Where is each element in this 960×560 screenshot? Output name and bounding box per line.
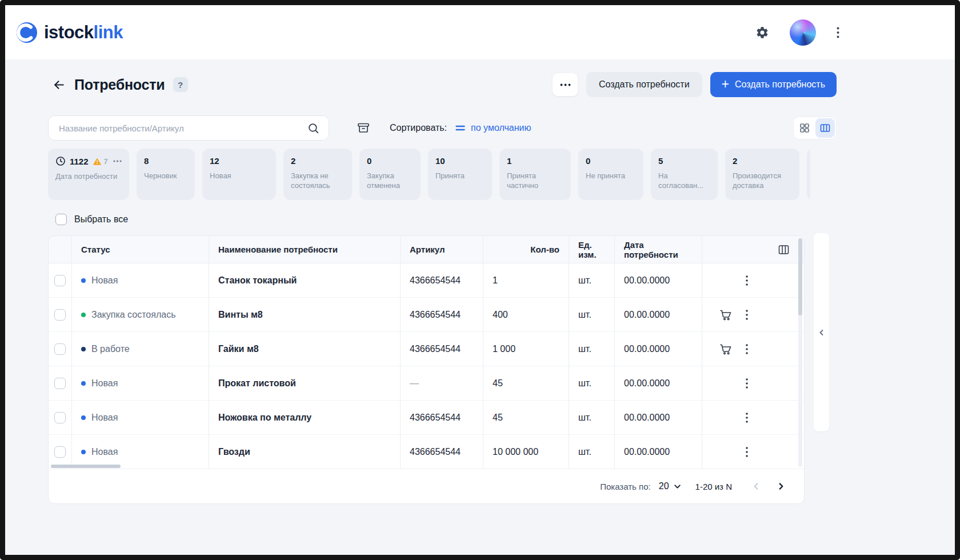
filter-chip-new[interactable]: 12 Новая — [202, 149, 276, 200]
row-menu-button[interactable] — [745, 274, 749, 287]
filter-chip-date[interactable]: 1122 7 Дата потребности — [48, 149, 129, 200]
search-box — [48, 115, 329, 141]
prev-page-button[interactable] — [747, 477, 765, 495]
collapse-panel-button[interactable] — [814, 233, 829, 431]
row-checkbox[interactable] — [54, 446, 66, 458]
topbar-actions — [753, 19, 842, 46]
row-checkbox[interactable] — [54, 412, 66, 423]
sort-default-link[interactable]: по умолчанию — [455, 123, 531, 133]
horizontal-scrollbar[interactable] — [51, 465, 121, 468]
create-need-label: Создать потребность — [735, 79, 825, 90]
topbar-menu-button[interactable] — [834, 25, 842, 41]
settings-button[interactable] — [753, 23, 771, 42]
page-size-select[interactable]: 20 — [659, 481, 682, 491]
chip-count: 2 — [733, 156, 737, 166]
chip-label: На согласован... — [658, 171, 710, 190]
archive-button[interactable] — [352, 117, 375, 139]
table-row[interactable]: Новая Ножовка по металлу 4366654544 45 ш… — [49, 401, 804, 435]
brand-word-dark: istock — [44, 22, 94, 42]
need-unit: шт. — [569, 366, 614, 400]
table-row[interactable]: Новая Прокат листовой — 45 шт. 00.00.000… — [49, 366, 804, 401]
page-more-button[interactable] — [552, 73, 578, 97]
sort-value-label: по умолчанию — [471, 123, 531, 133]
need-qty: 1 000 — [483, 332, 569, 366]
sort-lines-icon — [455, 123, 466, 133]
table-view-button[interactable] — [815, 118, 835, 138]
filter-chip-not-accepted[interactable]: 0 Не принята — [578, 149, 643, 200]
status-filter-chips: 1122 7 Дата потребности 8 Черновик — [48, 149, 810, 200]
row-menu-button[interactable] — [745, 309, 749, 321]
cart-button[interactable] — [718, 342, 733, 356]
filter-chip-accepted[interactable]: 10 Принята — [428, 149, 492, 200]
status-dot — [81, 347, 86, 351]
need-name: Ножовка по металлу — [209, 401, 400, 434]
row-checkbox[interactable] — [54, 343, 66, 355]
plus-icon: + — [722, 78, 729, 91]
create-needs-button[interactable]: Создать потребности — [586, 72, 702, 97]
back-button[interactable] — [48, 74, 70, 95]
row-menu-button[interactable] — [745, 446, 749, 458]
vertical-scrollbar[interactable] — [798, 238, 802, 467]
next-page-button[interactable] — [772, 477, 790, 495]
filter-chip-purchase-cancelled[interactable]: 0 Закупка отменена — [359, 149, 421, 200]
row-menu-button[interactable] — [745, 411, 749, 424]
need-qty: 400 — [483, 298, 569, 331]
search-icon — [307, 122, 319, 134]
kebab-vertical-icon — [837, 27, 839, 38]
need-sku: 4366654544 — [400, 263, 483, 297]
search-input[interactable] — [59, 123, 307, 133]
chip-count: 0 — [586, 156, 590, 166]
table-row[interactable]: В работе Гайки м8 4366654544 1 000 шт. 0… — [49, 332, 804, 366]
row-menu-button[interactable] — [745, 377, 749, 390]
table-row[interactable]: Новая Гвозди 4366654544 10 000 000 шт. 0… — [49, 435, 804, 469]
top-bar: istocklink — [5, 5, 955, 59]
filter-chip-delivery[interactable]: 2 Производится доставка — [725, 149, 799, 200]
avatar[interactable] — [790, 19, 816, 46]
status-text: Новая — [91, 447, 118, 457]
row-checkbox[interactable] — [54, 378, 66, 389]
column-settings-button[interactable] — [702, 236, 804, 263]
grid-view-button[interactable] — [795, 118, 814, 138]
filter-chip-purchase-failed[interactable]: 2 Закупка не состоялась — [283, 149, 352, 200]
pagination-range: 1-20 из N — [695, 482, 732, 491]
chip-label: Дата потребности — [55, 171, 122, 181]
filter-chip-on-approval[interactable]: 5 На согласован... — [651, 149, 718, 200]
chip-count: 10 — [435, 156, 445, 166]
need-unit: шт. — [569, 401, 614, 434]
row-checkbox[interactable] — [54, 309, 66, 321]
table-row[interactable]: Новая Станок токарный 4366654544 1 шт. 0… — [49, 263, 804, 298]
need-name: Винты м8 — [209, 298, 400, 331]
chip-count: 1 — [507, 156, 511, 166]
need-sku: 4366654544 — [400, 435, 483, 469]
need-sku: 4366654544 — [400, 332, 483, 366]
row-checkbox[interactable] — [54, 275, 66, 286]
status-dot — [81, 450, 86, 454]
select-all[interactable]: Выбрать все — [55, 214, 128, 225]
vertical-scrollbar-thumb[interactable] — [798, 238, 802, 315]
chip-menu-button[interactable] — [113, 160, 122, 162]
status-text: Новая — [91, 413, 118, 423]
page-header: Потребности ? Создать потребности + Созд… — [48, 71, 837, 98]
need-unit: шт. — [569, 298, 614, 331]
back-arrow-icon — [52, 78, 66, 92]
columns-icon — [778, 245, 789, 255]
brand-logo[interactable]: istocklink — [15, 21, 123, 44]
row-menu-button[interactable] — [745, 343, 749, 355]
filter-chip-draft[interactable]: 8 Черновик — [137, 149, 195, 200]
select-all-checkbox[interactable] — [55, 214, 67, 225]
cart-button[interactable] — [718, 308, 733, 322]
need-date: 00.00.0000 — [614, 366, 702, 400]
chip-label: Производится доставка — [733, 171, 792, 190]
need-date: 00.00.0000 — [614, 332, 702, 366]
filter-chip-partial[interactable] — [807, 149, 810, 200]
create-need-button[interactable]: + Создать потребность — [710, 72, 837, 97]
status-dot — [81, 415, 86, 420]
gear-icon — [755, 26, 769, 39]
chip-label: Принята — [435, 171, 485, 181]
cart-slot — [718, 342, 731, 356]
filter-chip-accepted-partially[interactable]: 1 Принята частично — [499, 149, 571, 200]
toolbar: Сортировать: по умолчанию — [48, 115, 837, 141]
table-row[interactable]: Закупка состоялась Винты м8 4366654544 4… — [49, 298, 804, 332]
help-button[interactable]: ? — [173, 77, 188, 92]
kebab-horizontal-icon — [560, 83, 571, 86]
